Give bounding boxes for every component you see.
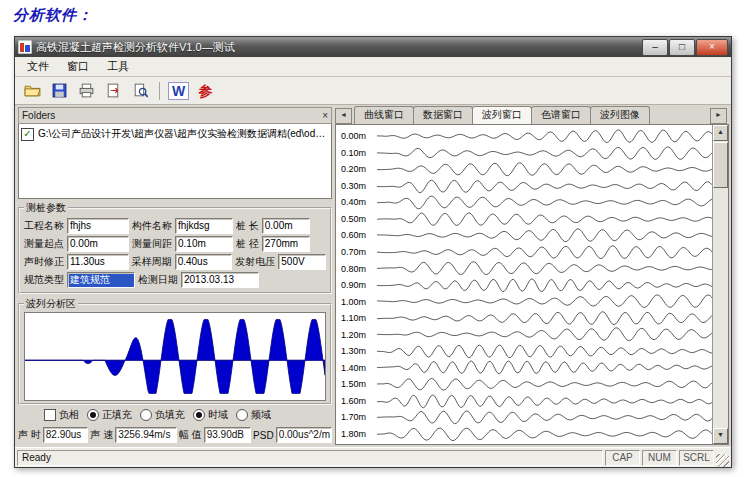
menu-window[interactable]: 窗口 [59, 57, 97, 76]
scroll-up-icon[interactable]: ▲ [713, 125, 728, 141]
wavetrain-row: 0.20m [336, 161, 712, 178]
preview-button[interactable] [128, 79, 153, 102]
psd-label: PSD [253, 430, 274, 441]
param-row-4: 规范类型 建筑规范 检测日期 2013.03.13 [24, 272, 326, 288]
tree-item-label[interactable]: G:\公司产品设计开发\超声仪器\超声仪实验检测数据调精(ed\od03\od0… [38, 127, 329, 141]
depth-label: 0.50m [336, 214, 377, 224]
tab-scroll-right-icon[interactable]: ► [710, 108, 727, 124]
wavetrain-waveform [377, 310, 728, 327]
close-button[interactable]: × [696, 39, 728, 56]
wavetrain-row: 1.00m [336, 293, 712, 310]
vertical-scrollbar[interactable]: ▲ ▼ [712, 125, 728, 444]
param-measure-spacing[interactable]: 0.10m [175, 236, 233, 252]
wavetrain-waveform [377, 260, 728, 277]
fill-positive-control[interactable]: 正填充 [87, 408, 132, 422]
param-start-point[interactable]: 0.00m [67, 236, 129, 252]
wavetrain-row: 1.80m [336, 426, 712, 443]
status-scrl: SCRL [679, 450, 714, 466]
tree-item[interactable]: ✓ G:\公司产品设计开发\超声仪器\超声仪实验检测数据调精(ed\od03\o… [21, 127, 329, 141]
depth-label: 0.90m [336, 280, 377, 290]
param-pile-diameter[interactable]: 270mm [262, 236, 310, 252]
tab-wavetrain-image[interactable]: 波列图像 [590, 106, 650, 124]
depth-label: 1.00m [336, 297, 377, 307]
param-sample-period[interactable]: 0.40us [175, 254, 233, 270]
depth-label: 0.80m [336, 264, 377, 274]
save-button[interactable] [47, 79, 72, 102]
param-row-1: 工程名称 fhjhs 构件名称 fhjkdsg 桩 长 0.00m [24, 218, 326, 234]
params-group: 测桩参数 工程名称 fhjhs 构件名称 fhjkdsg 桩 长 0.00m 测… [18, 201, 332, 294]
folders-tree: ✓ G:\公司产品设计开发\超声仪器\超声仪实验检测数据调精(ed\od03\o… [18, 124, 332, 199]
tree-item-checkbox[interactable]: ✓ [21, 128, 34, 141]
fill-positive-radio[interactable] [87, 409, 99, 421]
scroll-thumb[interactable] [713, 142, 728, 188]
fill-negative-control[interactable]: 负填充 [140, 408, 185, 422]
param-component-name[interactable]: fhjkdsg [175, 218, 233, 234]
menubar: 文件 窗口 工具 [15, 57, 731, 77]
params-group-title: 测桩参数 [24, 201, 68, 215]
wavetrain-waveform [377, 211, 728, 228]
titlebar[interactable]: 高铁混凝土超声检测分析软件V1.0—测试 – □ × [15, 37, 731, 57]
param-label-time-correction: 声时修正 [24, 255, 64, 269]
print-preview-icon [132, 82, 149, 99]
neg-phase-control[interactable]: 负相 [44, 408, 79, 422]
print-button[interactable] [74, 79, 99, 102]
param-label-voltage: 发射电压 [235, 255, 275, 269]
param-label-spacing: 测量间距 [132, 237, 172, 251]
neg-phase-checkbox[interactable] [44, 409, 56, 421]
wavetrain-waveform [377, 393, 728, 410]
tab-data-window[interactable]: 数据窗口 [413, 106, 473, 124]
depth-label: 0.00m [336, 131, 377, 141]
wavetrain-waveform [377, 293, 728, 310]
param-standard-type[interactable]: 建筑规范 [67, 272, 135, 288]
tab-scroll-left-icon[interactable]: ◄ [335, 108, 352, 124]
resize-grip[interactable] [716, 454, 729, 467]
sound-speed-value[interactable]: 3256.94m/s [115, 427, 177, 443]
time-domain-radio[interactable] [193, 409, 205, 421]
maximize-button[interactable]: □ [669, 39, 695, 56]
tab-spectrum-window[interactable]: 色谱窗口 [531, 106, 591, 124]
page-heading: 分析软件： [13, 6, 93, 25]
folders-header[interactable]: Folders × [18, 107, 332, 124]
fill-negative-radio[interactable] [140, 409, 152, 421]
folders-close-icon[interactable]: × [322, 111, 328, 121]
param-pile-length[interactable]: 0.00m [262, 218, 310, 234]
export-button[interactable] [101, 79, 126, 102]
depth-label: 0.60m [336, 230, 377, 240]
parameters-button[interactable]: 参 [193, 79, 218, 102]
freq-domain-control[interactable]: 频域 [236, 408, 271, 422]
tab-curve-window[interactable]: 曲线窗口 [354, 106, 414, 124]
menu-file[interactable]: 文件 [19, 57, 57, 76]
display-controls: 负相 正填充 负填充 时域 [18, 406, 332, 423]
toolbar: W 参 [15, 77, 731, 105]
param-label-pile-diameter: 桩 径 [236, 237, 259, 251]
scroll-down-icon[interactable]: ▼ [713, 428, 728, 444]
psd-value[interactable]: 0.00us^2/m [276, 427, 332, 443]
printer-icon [78, 82, 95, 99]
time-domain-control[interactable]: 时域 [193, 408, 228, 422]
page: 分析软件： 高铁混凝土超声检测分析软件V1.0—测试 – □ × 文件 窗口 工… [0, 0, 745, 477]
left-panel: Folders × ✓ G:\公司产品设计开发\超声仪器\超声仪实验检测数据调精… [15, 105, 335, 447]
wavetrain-waveform [377, 145, 728, 162]
wavetrain-waveform [377, 128, 728, 145]
param-project-name[interactable]: fhjhs [67, 218, 129, 234]
open-button[interactable] [20, 79, 45, 102]
param-label-component: 构件名称 [132, 219, 172, 233]
menu-tools[interactable]: 工具 [99, 57, 137, 76]
scroll-track[interactable] [713, 189, 728, 428]
tab-wavetrain-window[interactable]: 波列窗口 [472, 106, 532, 124]
wavetrain-waveform [377, 178, 728, 195]
word-export-button[interactable]: W [166, 79, 191, 102]
param-label-start-point: 测量起点 [24, 237, 64, 251]
wavetrain-row: 1.40m [336, 359, 712, 376]
wavetrain-row: 1.30m [336, 343, 712, 360]
sound-time-value[interactable]: 82.90us [43, 427, 89, 443]
minimize-button[interactable]: – [642, 39, 668, 56]
param-time-correction[interactable]: 11.30us [67, 254, 129, 270]
status-num: NUM [642, 450, 677, 466]
main-area: Folders × ✓ G:\公司产品设计开发\超声仪器\超声仪实验检测数据调精… [15, 105, 731, 447]
sound-speed-label: 声 速 [90, 428, 113, 442]
freq-domain-radio[interactable] [236, 409, 248, 421]
param-voltage[interactable]: 500V [278, 254, 326, 270]
amplitude-value[interactable]: 93.90dB [204, 427, 251, 443]
param-test-date[interactable]: 2013.03.13 [181, 272, 259, 288]
